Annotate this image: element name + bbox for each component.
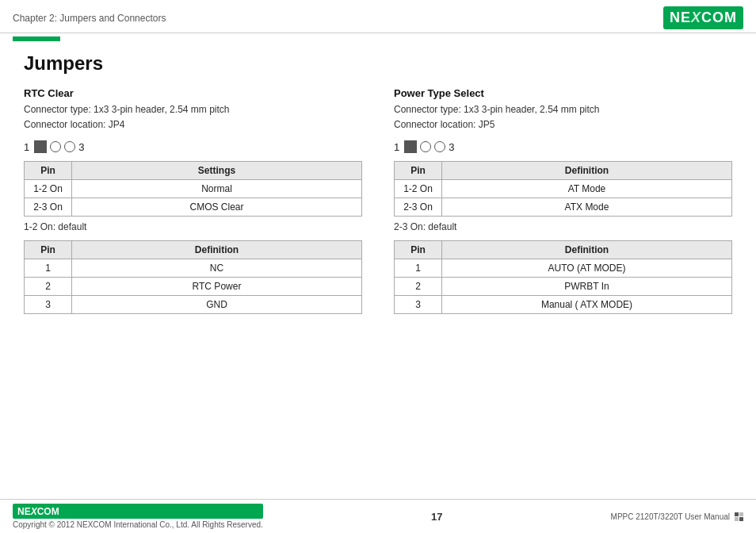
- left-default-note: 1-2 On: default: [24, 221, 362, 232]
- table-row: 2 PWRBT In: [395, 278, 732, 296]
- green-accent-bar: [13, 36, 60, 41]
- left-t2-r3-def: GND: [72, 296, 362, 314]
- left-t2-header-pin: Pin: [25, 241, 72, 259]
- right-t1-r1-def: AT Mode: [442, 180, 732, 198]
- page-title: Jumpers: [24, 52, 732, 75]
- right-column: Power Type Select Connector type: 1x3 3-…: [394, 87, 732, 319]
- right-t1-header-definition: Definition: [442, 162, 732, 180]
- table-row: 1-2 On Normal: [25, 180, 362, 198]
- table-row: 3 Manual ( ATX MODE): [395, 296, 732, 314]
- table-row: 1-2 On AT Mode: [395, 180, 732, 198]
- right-t2-r3-def: Manual ( ATX MODE): [442, 296, 732, 314]
- right-connector-type: Connector type: 1x3 3-pin header, 2.54 m…: [394, 104, 599, 115]
- left-t2-header-definition: Definition: [72, 241, 362, 259]
- left-t1-r2-setting: CMOS Clear: [72, 198, 362, 217]
- left-pin1: [34, 140, 47, 153]
- left-jumper-diagram: 1 3: [24, 140, 362, 153]
- right-t2-r1-pin: 1: [395, 259, 442, 278]
- mosaic-cell-2: [739, 512, 743, 516]
- footer-copyright: Copyright © 2012 NEXCOM International Co…: [13, 520, 263, 529]
- right-t2-header-pin: Pin: [395, 241, 442, 259]
- right-default-note: 2-3 On: default: [394, 221, 732, 232]
- left-t1-r2-pin: 2-3 On: [25, 198, 72, 217]
- chapter-label: Chapter 2: Jumpers and Connectors: [13, 13, 166, 24]
- right-t2-r2-pin: 2: [395, 278, 442, 296]
- footer-logo: NEXCOM: [13, 504, 263, 519]
- nexcom-logo: NEXCOM: [663, 6, 743, 29]
- left-t2-r2-def: RTC Power: [72, 278, 362, 296]
- table-row: 1 NC: [25, 259, 362, 278]
- right-connector-info: Connector type: 1x3 3-pin header, 2.54 m…: [394, 102, 732, 132]
- page-header: Chapter 2: Jumpers and Connectors NEXCOM: [0, 0, 756, 33]
- page-footer: NEXCOM Copyright © 2012 NEXCOM Internati…: [0, 499, 756, 533]
- footer-manual-title: MPPC 2120T/3220T User Manual: [611, 512, 730, 521]
- right-t1-header-pin: Pin: [395, 162, 442, 180]
- left-diagram-num-left: 1: [24, 141, 29, 153]
- left-t1-r1-pin: 1-2 On: [25, 180, 72, 198]
- right-t1-r1-pin: 1-2 On: [395, 180, 442, 198]
- footer-logo-text: NEXCOM: [17, 506, 59, 517]
- right-t1-r2-def: ATX Mode: [442, 198, 732, 217]
- left-diagram-num-right: 3: [78, 141, 84, 153]
- two-column-layout: RTC Clear Connector type: 1x3 3-pin head…: [24, 87, 732, 319]
- mosaic-cell-4: [739, 517, 743, 521]
- left-column: RTC Clear Connector type: 1x3 3-pin head…: [24, 87, 362, 319]
- right-diagram-num-right: 3: [449, 141, 454, 153]
- left-settings-table: Pin Settings 1-2 On Normal 2-3 On CMOS C…: [24, 161, 362, 217]
- right-connector-location: Connector location: JP5: [394, 119, 494, 130]
- left-connector-info: Connector type: 1x3 3-pin header, 2.54 m…: [24, 102, 362, 132]
- right-section-title: Power Type Select: [394, 87, 732, 99]
- right-t2-r1-def: AUTO (AT MODE): [442, 259, 732, 278]
- right-t2-r2-def: PWRBT In: [442, 278, 732, 296]
- left-t1-header-pin: Pin: [25, 162, 72, 180]
- right-pin2: [420, 141, 431, 152]
- main-content: Jumpers RTC Clear Connector type: 1x3 3-…: [0, 44, 756, 327]
- right-definition-table: Pin Definition 1 AUTO (AT MODE) 2 PWRBT …: [394, 240, 732, 314]
- right-t2-r3-pin: 3: [395, 296, 442, 314]
- left-t2-r2-pin: 2: [25, 278, 72, 296]
- footer-page-number: 17: [431, 511, 442, 523]
- left-pin3: [64, 141, 75, 152]
- table-row: 1 AUTO (AT MODE): [395, 259, 732, 278]
- mosaic-cell-3: [735, 517, 739, 521]
- right-pin1: [404, 140, 417, 153]
- mosaic-icon: [735, 512, 743, 521]
- left-pin2: [50, 141, 61, 152]
- table-row: 2-3 On ATX Mode: [395, 198, 732, 217]
- right-t2-header-definition: Definition: [442, 241, 732, 259]
- left-t1-header-settings: Settings: [72, 162, 362, 180]
- logo-text: NEXCOM: [670, 10, 737, 25]
- left-t2-r1-pin: 1: [25, 259, 72, 278]
- left-t2-r3-pin: 3: [25, 296, 72, 314]
- footer-left: NEXCOM Copyright © 2012 NEXCOM Internati…: [13, 504, 263, 529]
- right-jumper-diagram: 1 3: [394, 140, 732, 153]
- table-row: 2-3 On CMOS Clear: [25, 198, 362, 217]
- left-section-title: RTC Clear: [24, 87, 362, 99]
- left-connector-type: Connector type: 1x3 3-pin header, 2.54 m…: [24, 104, 229, 115]
- right-mode-table: Pin Definition 1-2 On AT Mode 2-3 On ATX…: [394, 161, 732, 217]
- left-t2-r1-def: NC: [72, 259, 362, 278]
- right-pin3: [434, 141, 445, 152]
- table-row: 2 RTC Power: [25, 278, 362, 296]
- left-t1-r1-setting: Normal: [72, 180, 362, 198]
- right-t1-r2-pin: 2-3 On: [395, 198, 442, 217]
- footer-right: MPPC 2120T/3220T User Manual: [611, 512, 743, 521]
- left-connector-location: Connector location: JP4: [24, 119, 124, 130]
- left-definition-table: Pin Definition 1 NC 2 RTC Power 3: [24, 240, 362, 314]
- right-diagram-num-left: 1: [394, 141, 399, 153]
- mosaic-cell-1: [735, 512, 739, 516]
- table-row: 3 GND: [25, 296, 362, 314]
